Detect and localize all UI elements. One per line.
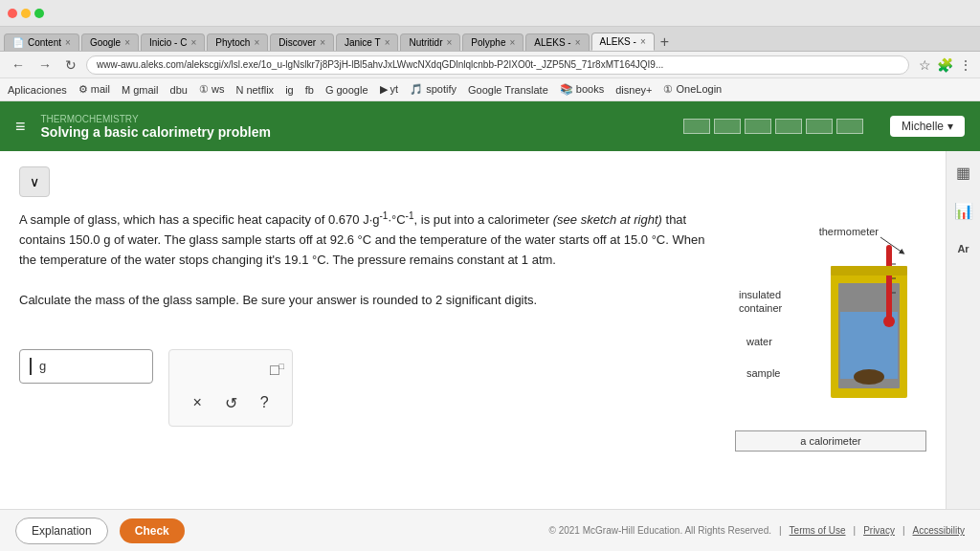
footer-text: © 2021 McGraw-Hill Education. All Rights… xyxy=(549,525,965,536)
sidebar-ar-icon[interactable]: Ar xyxy=(950,235,977,262)
privacy-link[interactable]: Privacy xyxy=(863,525,895,536)
tab-content[interactable]: 📄 Content × xyxy=(4,33,79,51)
aleks-header: ≡ THERMOCHEMISTRY Solving a basic calori… xyxy=(0,101,980,151)
minimize-dot[interactable] xyxy=(21,9,31,18)
tab-janice-label: Janice T xyxy=(345,37,381,48)
sidebar-grid-icon[interactable]: ▦ xyxy=(950,159,977,186)
check-button[interactable]: Check xyxy=(120,518,185,543)
bookmark-disney[interactable]: disney+ xyxy=(615,84,652,96)
tab-polyphe-close[interactable]: × xyxy=(509,37,515,48)
tab-google-label: Google xyxy=(90,37,121,48)
terms-link[interactable]: Terms of Use xyxy=(790,525,846,536)
tab-aleks1[interactable]: ALEKS - × xyxy=(525,33,589,51)
tab-aleks2-close[interactable]: × xyxy=(640,36,646,47)
bookmark-star-icon[interactable]: ☆ xyxy=(919,57,931,73)
bookmark-netflix[interactable]: N netflix xyxy=(235,84,274,96)
menu-icon[interactable]: ⋮ xyxy=(959,57,972,73)
bookmark-google[interactable]: G google xyxy=(325,84,368,96)
problem-question: Calculate the mass of the glass sample. … xyxy=(19,291,720,311)
tab-phytoch[interactable]: Phytoch × xyxy=(207,33,268,51)
bookmark-mail[interactable]: ⚙ mail xyxy=(78,83,110,96)
accessibility-link[interactable]: Accessibility xyxy=(913,525,965,536)
keypad-undo-button[interactable]: ↺ xyxy=(219,392,243,414)
progress-box-6 xyxy=(836,119,863,134)
tab-nutritidr[interactable]: Nutritidr × xyxy=(400,33,460,51)
tab-google[interactable]: Google × xyxy=(81,33,139,51)
bookmark-aplicaciones[interactable]: Aplicaciones xyxy=(8,84,67,96)
tab-phytoch-close[interactable]: × xyxy=(254,37,259,48)
bookmark-spotify[interactable]: 🎵 spotify xyxy=(410,83,457,96)
bookmark-translate[interactable]: Google Translate xyxy=(468,84,548,96)
keypad-fraction-icon[interactable]: □□ xyxy=(270,358,284,383)
tab-nutritidr-close[interactable]: × xyxy=(446,37,452,48)
bookmark-dbu[interactable]: dbu xyxy=(170,84,188,96)
menu-hamburger-icon[interactable]: ≡ xyxy=(15,117,26,137)
url-text: www-awu.aleks.com/alekscgi/x/lsl.exe/1o_… xyxy=(97,59,663,70)
tab-inicio-label: Inicio - C xyxy=(149,37,187,48)
problem-paragraph-1: A sample of glass, which has a specific … xyxy=(19,209,720,271)
tab-inicio[interactable]: Inicio - C × xyxy=(141,33,205,51)
separator-2: | xyxy=(854,525,857,536)
text-cursor xyxy=(30,358,32,375)
bookmark-gmail[interactable]: M gmail xyxy=(122,84,159,96)
keypad-multiply-button[interactable]: × xyxy=(187,392,207,414)
expand-button[interactable]: ∨ xyxy=(19,166,50,197)
tab-polyphe[interactable]: Polyphe × xyxy=(462,33,523,51)
tab-content-label: Content xyxy=(28,37,61,48)
diagram-container: thermometer xyxy=(735,216,926,427)
reload-button[interactable]: ↻ xyxy=(61,57,80,73)
answer-section: g □□ × ↺ ? xyxy=(19,349,720,427)
main-content: ∨ A sample of glass, which has a specifi… xyxy=(0,151,946,509)
back-button[interactable]: ← xyxy=(8,57,29,73)
bookmark-onelogin[interactable]: ① OneLogin xyxy=(663,83,722,96)
tab-aleks2[interactable]: ALEKS - × xyxy=(591,33,655,51)
bottom-bar: Explanation Check © 2021 McGraw-Hill Edu… xyxy=(0,509,980,551)
bookmark-fb[interactable]: fb xyxy=(305,84,314,96)
progress-box-2 xyxy=(714,119,741,134)
answer-input-group[interactable]: g xyxy=(19,349,153,384)
bookmarks-bar: Aplicaciones ⚙ mail M gmail dbu ① ws N n… xyxy=(0,78,980,101)
explanation-button[interactable]: Explanation xyxy=(15,518,108,544)
separator-3: | xyxy=(902,525,905,536)
water-label: water xyxy=(746,336,772,347)
url-bar[interactable]: www-awu.aleks.com/alekscgi/x/lsl.exe/1o_… xyxy=(86,55,909,75)
window-controls xyxy=(8,9,44,18)
keypad-help-button[interactable]: ? xyxy=(255,392,275,414)
progress-box-1 xyxy=(683,119,710,134)
problem-layout: A sample of glass, which has a specific … xyxy=(19,209,926,452)
tab-google-close[interactable]: × xyxy=(124,37,130,48)
bookmark-ws[interactable]: ① ws xyxy=(199,83,225,96)
header-title: Solving a basic calorimetry problem xyxy=(41,124,271,140)
sample-label: sample xyxy=(746,367,780,379)
bookmark-ig[interactable]: ig xyxy=(285,84,294,96)
tab-janice-close[interactable]: × xyxy=(385,37,390,48)
keypad-top: □□ xyxy=(177,358,284,383)
tab-janice[interactable]: Janice T × xyxy=(336,33,398,51)
close-dot[interactable] xyxy=(8,9,17,18)
tab-inicio-close[interactable]: × xyxy=(190,37,196,48)
sidebar-chart-icon[interactable]: 📊 xyxy=(950,197,977,224)
extension-icon[interactable]: 🧩 xyxy=(937,57,953,73)
tab-discover[interactable]: Discover × xyxy=(270,33,334,51)
calorimeter-svg xyxy=(821,235,917,427)
new-tab-button[interactable]: + xyxy=(660,33,669,51)
maximize-dot[interactable] xyxy=(34,9,44,18)
tab-aleks1-close[interactable]: × xyxy=(575,37,581,48)
svg-point-9 xyxy=(883,316,895,327)
right-sidebar: ▦ 📊 Ar xyxy=(946,151,980,509)
tab-discover-close[interactable]: × xyxy=(320,37,325,48)
copyright-text: © 2021 McGraw-Hill Education. All Rights… xyxy=(549,525,771,536)
header-subtitle: THERMOCHEMISTRY xyxy=(41,114,271,124)
tab-polyphe-label: Polyphe xyxy=(471,37,505,48)
user-menu-button[interactable]: Michelle ▾ xyxy=(890,116,965,137)
insulated-container-label: insulatedcontainer xyxy=(739,288,782,316)
browser-bar xyxy=(0,0,980,27)
tab-content-close[interactable]: × xyxy=(65,37,71,48)
bookmark-yt[interactable]: ▶ yt xyxy=(380,83,399,96)
bookmark-books[interactable]: 📚 books xyxy=(560,83,604,96)
problem-text: A sample of glass, which has a specific … xyxy=(19,209,720,452)
forward-button[interactable]: → xyxy=(34,57,56,73)
user-name: Michelle xyxy=(902,120,944,133)
content-area: ∨ A sample of glass, which has a specifi… xyxy=(0,151,980,509)
progress-box-3 xyxy=(745,119,771,134)
